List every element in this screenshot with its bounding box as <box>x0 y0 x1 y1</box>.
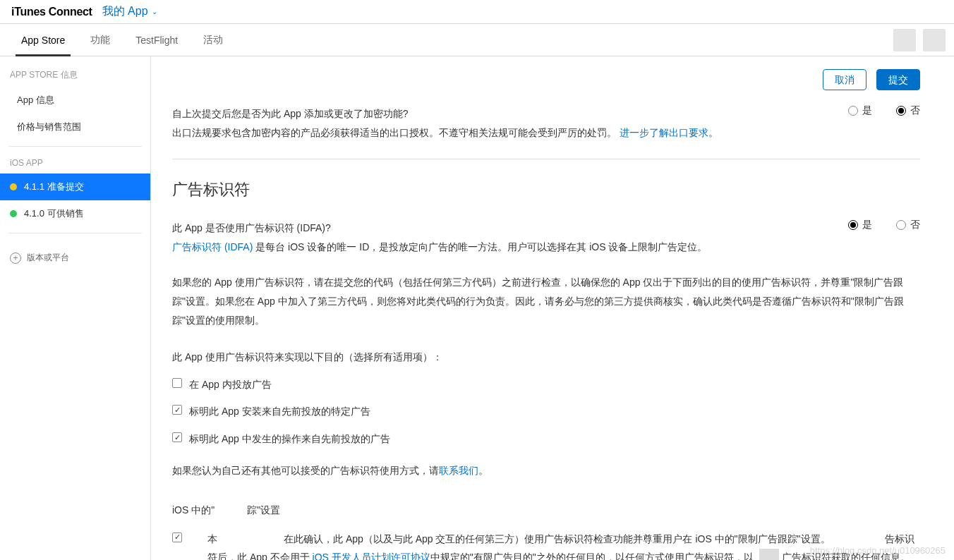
section-divider <box>172 159 920 159</box>
idfa-title: 广告标识符 <box>172 179 920 200</box>
encryption-radio-group: 是 否 <box>848 104 920 117</box>
idfa-radio-yes[interactable]: 是 <box>848 219 872 231</box>
sidebar-group-ios: iOS APP <box>0 158 150 174</box>
top-bar: iTunes Connect 我的 App ⌄ <box>0 0 954 24</box>
plus-circle-icon: + <box>10 252 21 264</box>
radio-icon <box>896 220 906 230</box>
app-selector[interactable]: 我的 App ⌄ <box>102 4 157 19</box>
idfa-confirm-text: 本在此确认，此 App（以及与此 App 交互的任何第三方）使用广告标识符检查功… <box>189 530 920 560</box>
idfa-term-link[interactable]: 广告标识符 (IDFA) <box>172 241 253 252</box>
idfa-opt-serve-ads[interactable]: 在 App 内投放广告 <box>172 375 920 394</box>
radio-icon <box>896 106 906 116</box>
tab-testflight[interactable]: TestFlight <box>123 24 191 56</box>
idfa-question: 此 App 是否使用广告标识符 (IDFA)? 广告标识符 (IDFA) 是每台… <box>172 219 920 256</box>
chevron-down-icon: ⌄ <box>152 8 157 16</box>
tab-features[interactable]: 功能 <box>78 24 123 56</box>
action-buttons: 取消 提交 <box>172 69 920 90</box>
status-dot-green-icon <box>10 210 17 217</box>
header-icon-placeholder-1[interactable] <box>893 29 916 51</box>
sidebar-item-app-info[interactable]: App 信息 <box>0 87 150 114</box>
limit-tracking-head: iOS 中的"踪"设置 <box>172 501 920 520</box>
checkbox-icon <box>172 432 182 442</box>
radio-icon <box>848 220 858 230</box>
content-area: 取消 提交 自上次提交后您是否为此 App 添加或更改了加密功能? 出口法规要求… <box>151 56 954 560</box>
idfa-contact-line: 如果您认为自己还有其他可以接受的广告标识符使用方式，请联系我们。 <box>172 461 920 480</box>
sidebar-item-pricing[interactable]: 价格与销售范围 <box>0 114 150 140</box>
submit-button[interactable]: 提交 <box>876 69 920 90</box>
version-ready-label: 4.1.0 可供销售 <box>24 207 84 220</box>
encryption-note: 出口法规要求包含加密内容的产品必须获得适当的出口授权。不遵守相关法规可能会受到严… <box>172 123 786 142</box>
add-version-platform[interactable]: + 版本或平台 <box>0 245 150 271</box>
brand-label: iTunes Connect <box>11 6 92 18</box>
idfa-desc: 广告标识符 (IDFA) 是每台 iOS 设备的唯一 ID，是投放定向广告的唯一… <box>172 238 786 257</box>
contact-us-link[interactable]: 联系我们 <box>439 465 478 476</box>
idfa-confirm-checkbox[interactable]: 本在此确认，此 App（以及与此 App 交互的任何第三方）使用广告标识符检查功… <box>172 530 920 560</box>
obscured-text-icon <box>216 506 246 516</box>
sidebar-divider <box>8 146 142 147</box>
encryption-radio-no[interactable]: 否 <box>896 104 920 117</box>
sidebar-group-appstore: APP STORE 信息 <box>0 69 150 87</box>
sidebar-divider-2 <box>8 233 142 233</box>
idfa-opt1-label: 在 App 内投放广告 <box>189 375 272 394</box>
obscured-text-icon <box>834 535 883 544</box>
idfa-radio-group: 是 否 <box>848 219 920 231</box>
cancel-button[interactable]: 取消 <box>823 69 867 90</box>
tab-activity[interactable]: 活动 <box>191 24 236 56</box>
checkbox-icon <box>172 378 182 388</box>
idfa-purpose-head: 此 App 使用广告标识符来实现以下目的（选择所有适用项）： <box>172 348 920 367</box>
encryption-question: 自上次提交后您是否为此 App 添加或更改了加密功能? 出口法规要求包含加密内容… <box>172 104 920 142</box>
radio-icon <box>848 106 858 116</box>
idfa-opt3-label: 标明此 App 中发生的操作来自先前投放的广告 <box>189 430 390 449</box>
checkbox-icon <box>172 405 182 415</box>
checkbox-icon <box>172 532 182 542</box>
sidebar-item-version-pending[interactable]: 4.1.1 准备提交 <box>0 174 150 200</box>
version-pending-label: 4.1.1 准备提交 <box>24 181 84 193</box>
encryption-q-text: 自上次提交后您是否为此 App 添加或更改了加密功能? <box>172 104 786 123</box>
idfa-opt2-label: 标明此 App 安装来自先前投放的特定广告 <box>189 402 370 421</box>
app-name-label: 我的 App <box>102 4 148 19</box>
status-dot-yellow-icon <box>10 183 17 190</box>
export-requirements-link[interactable]: 进一步了解出口要求 <box>620 127 708 138</box>
main-tabs: App Store 功能 TestFlight 活动 <box>0 24 954 56</box>
add-platform-label: 版本或平台 <box>27 252 69 264</box>
obscured-text-icon <box>219 535 282 544</box>
idfa-opt-action-attribution[interactable]: 标明此 App 中发生的操作来自先前投放的广告 <box>172 430 920 449</box>
ios-dev-agreement-link[interactable]: iOS 开发人员计划许可协议 <box>313 552 430 560</box>
idfa-opt-install-attribution[interactable]: 标明此 App 安装来自先前投放的特定广告 <box>172 402 920 421</box>
sidebar-item-version-ready[interactable]: 4.1.0 可供销售 <box>0 200 150 227</box>
sidebar: APP STORE 信息 App 信息 价格与销售范围 iOS APP 4.1.… <box>0 56 151 560</box>
tab-app-store[interactable]: App Store <box>8 24 78 56</box>
idfa-para2: 如果您的 App 使用广告标识符，请在提交您的代码（包括任何第三方代码）之前进行… <box>172 273 920 329</box>
obscured-block-icon <box>759 549 779 560</box>
encryption-radio-yes[interactable]: 是 <box>848 104 872 117</box>
header-icon-placeholder-2[interactable] <box>923 29 946 51</box>
idfa-q-text: 此 App 是否使用广告标识符 (IDFA)? <box>172 219 786 238</box>
idfa-radio-no[interactable]: 否 <box>896 219 920 231</box>
